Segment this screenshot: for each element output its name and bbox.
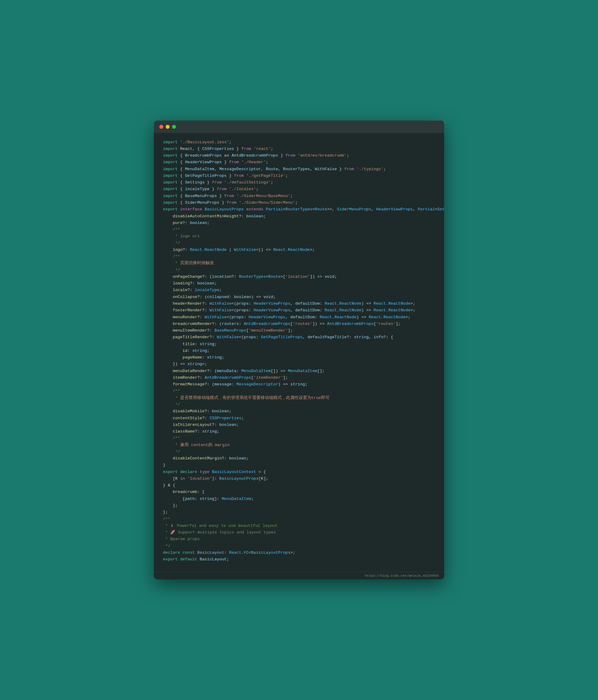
code-container: import './BasicLayout.less'; import Reac…: [154, 133, 444, 572]
title-bar: [154, 121, 444, 133]
code-window: import './BasicLayout.less'; import Reac…: [154, 121, 444, 580]
dot-yellow[interactable]: [166, 125, 170, 129]
code-block: import './BasicLayout.less'; import Reac…: [163, 139, 435, 563]
dot-green[interactable]: [172, 125, 176, 129]
footer-url: https://blog.csdn.net/weixin_42224055: [365, 574, 439, 578]
footer-bar: https://blog.csdn.net/weixin_42224055: [154, 572, 444, 579]
dot-red[interactable]: [159, 125, 163, 129]
